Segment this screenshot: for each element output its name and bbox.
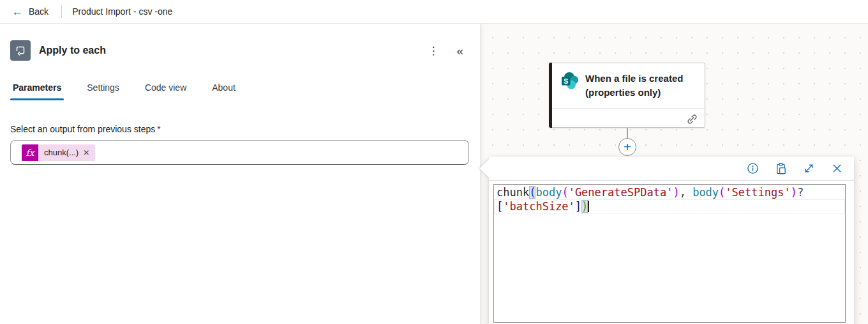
action-config-panel: Apply to each ⋮ « Parameters Settings Co… (0, 24, 481, 324)
expression-toolbar (489, 157, 854, 181)
code-token: ( (562, 186, 568, 199)
code-token: ( (719, 186, 725, 199)
expression-editor-panel: chunk(body('GenerateSPData'), body('Sett… (489, 157, 854, 324)
connector-line (627, 128, 628, 139)
output-select-input[interactable]: fx chunk(...) ✕ (10, 140, 469, 165)
tab-settings[interactable]: Settings (84, 79, 122, 100)
tab-code-view[interactable]: Code view (142, 79, 189, 100)
code-token: body (692, 186, 719, 199)
back-button[interactable]: ← Back (0, 0, 61, 23)
code-token: 'GenerateSPData' (569, 186, 673, 199)
token-remove-button[interactable]: ✕ (83, 148, 95, 157)
loop-glyph (15, 45, 26, 56)
collapse-panel-button[interactable]: « (456, 45, 463, 57)
code-token: ) (791, 186, 797, 199)
trigger-title: When a file is created (properties only) (585, 72, 687, 100)
code-line-2: ['batchSize']) (494, 199, 845, 213)
add-action-button[interactable]: + (618, 138, 636, 156)
more-options-button[interactable]: ⋮ (428, 45, 438, 56)
apply-to-each-icon (10, 40, 31, 61)
expand-button[interactable] (803, 162, 815, 174)
back-arrow-icon: ← (11, 6, 23, 17)
code-token: ) (581, 200, 588, 213)
back-label: Back (29, 6, 49, 17)
code-token: ) (673, 186, 679, 199)
code-token: body (535, 186, 562, 199)
paste-button[interactable] (775, 162, 787, 174)
panel-title: Apply to each (39, 45, 428, 56)
tab-bar: Parameters Settings Code view About (10, 79, 468, 101)
topbar: ← Back Product Import - csv -one (0, 0, 868, 24)
code-token: , (680, 186, 692, 199)
code-token: 'batchSize' (503, 200, 575, 213)
close-button[interactable] (831, 162, 843, 174)
sharepoint-icon: S (561, 72, 579, 89)
link-icon[interactable] (685, 112, 697, 124)
flow-title: Product Import - csv -one (62, 6, 172, 17)
trigger-card[interactable]: S When a file is created (properties onl… (549, 63, 705, 128)
vertical-ellipsis-icon: ⋮ (428, 45, 438, 57)
svg-text:S: S (564, 77, 568, 85)
code-token: ( (529, 186, 535, 199)
token-label: chunk(...) (38, 148, 83, 157)
tab-parameters[interactable]: Parameters (10, 79, 64, 100)
code-token: 'Settings' (725, 186, 790, 199)
text-cursor (588, 201, 589, 212)
info-button[interactable] (747, 162, 759, 174)
flow-canvas[interactable]: S When a file is created (properties onl… (481, 24, 868, 324)
code-token: [ (497, 200, 503, 213)
expression-code-editor[interactable]: chunk(body('GenerateSPData'), body('Sett… (493, 184, 846, 323)
code-token: ] (575, 200, 581, 213)
panel-header: Apply to each ⋮ « (10, 40, 468, 61)
code-line-1: chunk(body('GenerateSPData'), body('Sett… (494, 185, 845, 199)
card-footer (552, 108, 705, 127)
field-label-text: Select an output from previous steps (10, 124, 155, 134)
fx-icon: fx (22, 144, 38, 161)
tab-about[interactable]: About (209, 79, 238, 100)
field-label: Select an output from previous steps* (10, 124, 468, 134)
required-asterisk: * (157, 124, 160, 134)
close-icon: ✕ (83, 148, 89, 157)
expression-token[interactable]: fx chunk(...) ✕ (22, 144, 95, 161)
double-chevron-left-icon: « (456, 44, 463, 58)
code-token: ? (797, 186, 804, 199)
code-token: chunk (497, 186, 529, 199)
plus-icon: + (624, 139, 631, 154)
